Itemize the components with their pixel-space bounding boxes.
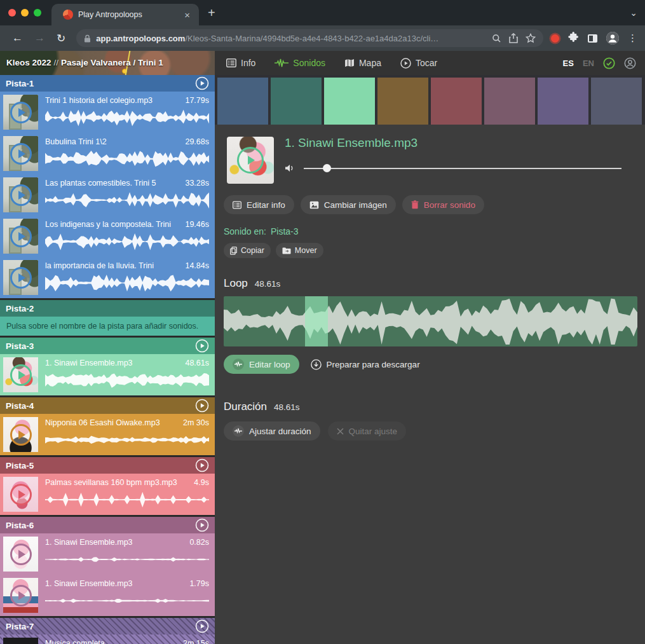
- account-icon[interactable]: [624, 57, 636, 69]
- loop-waveform[interactable]: [224, 296, 637, 346]
- color-swatch-6[interactable]: [484, 78, 535, 125]
- clip-row[interactable]: Bubulina Trini 1\229.68s: [0, 133, 215, 174]
- back-icon[interactable]: ←: [12, 32, 23, 45]
- lock-icon[interactable]: [84, 34, 91, 43]
- track-name[interactable]: Pista-6: [6, 521, 195, 530]
- track-header-pista-6[interactable]: Pista-6: [0, 517, 215, 533]
- minimize-window-button[interactable]: [21, 9, 29, 17]
- clip-row[interactable]: Nipponia 06 Esashi Oiwake.mp32m 30s: [0, 414, 215, 455]
- track-name[interactable]: Pista-7: [6, 622, 195, 631]
- prepare-download-button[interactable]: Preparar para descargar: [311, 359, 420, 370]
- clip-play-button[interactable]: [10, 226, 32, 247]
- clip-thumbnail[interactable]: [3, 219, 38, 254]
- clip-play-button[interactable]: [10, 364, 32, 386]
- delete-sound-button[interactable]: Borrar sonido: [402, 195, 484, 214]
- color-swatch-8[interactable]: [591, 78, 642, 125]
- volume-slider-thumb[interactable]: [323, 164, 331, 172]
- clip-play-button[interactable]: [10, 102, 32, 123]
- color-swatch-5[interactable]: [431, 78, 482, 125]
- browser-tab[interactable]: Play Antropoloops ×: [51, 4, 199, 25]
- clip-row[interactable]: Palmas sevillanas 160 bpm mp3.mp34.9s: [0, 474, 215, 515]
- clip-row[interactable]: 1. Sinawi Ensemble.mp348.61s: [0, 354, 215, 395]
- clip-play-button[interactable]: [10, 585, 32, 606]
- clip-thumbnail[interactable]: [3, 537, 38, 572]
- track-name[interactable]: Pista-3: [6, 341, 195, 351]
- track-play-icon[interactable]: [195, 518, 209, 532]
- clip-row[interactable]: Las plantas comestibles. Trini 533.28s: [0, 174, 215, 216]
- zoom-window-button[interactable]: [34, 9, 41, 17]
- copy-button[interactable]: Copiar: [224, 243, 271, 258]
- share-icon[interactable]: [509, 33, 518, 43]
- clip-row[interactable]: 1. Sinawi Ensemble.mp31.79s: [0, 575, 215, 616]
- tab-info[interactable]: Info: [226, 58, 255, 68]
- side-panel-icon[interactable]: [588, 34, 597, 43]
- zoom-page-icon[interactable]: [492, 34, 501, 43]
- tab-close-icon[interactable]: ×: [182, 10, 193, 20]
- new-tab-button[interactable]: +: [208, 6, 215, 19]
- clip-thumbnail[interactable]: [3, 357, 38, 392]
- clip-row[interactable]: 1. Sinawi Ensemble.mp30.82s: [0, 533, 215, 575]
- breadcrumb-project[interactable]: Kleos 2022: [6, 58, 51, 67]
- breadcrumb[interactable]: Kleos 2022//Pasaje Valvanera / Trini 1: [0, 51, 215, 75]
- change-image-button[interactable]: Cambiar imágen: [301, 195, 396, 214]
- extensions-puzzle-icon[interactable]: [568, 32, 579, 45]
- volume-icon[interactable]: [285, 163, 295, 173]
- bookmark-star-icon[interactable]: [526, 33, 536, 43]
- close-window-button[interactable]: [8, 9, 16, 17]
- loop-playhead-band[interactable]: [305, 296, 328, 346]
- clip-play-button[interactable]: [10, 484, 32, 505]
- edit-info-button[interactable]: Editar info: [224, 195, 294, 214]
- reload-icon[interactable]: ↻: [57, 32, 65, 45]
- lang-en[interactable]: EN: [583, 58, 594, 68]
- move-button[interactable]: Mover: [276, 243, 323, 258]
- color-swatch-3[interactable]: [324, 78, 375, 125]
- clip-play-button[interactable]: [10, 267, 32, 289]
- clip-row[interactable]: Trini 1 historia del colegio.mp317.79s: [0, 92, 215, 133]
- clip-thumbnail[interactable]: [3, 477, 38, 512]
- clip-thumbnail[interactable]: [3, 136, 38, 171]
- clip-thumbnail[interactable]: [3, 578, 38, 613]
- track-name[interactable]: Pista-4: [6, 401, 195, 411]
- track-header-pista-5[interactable]: Pista-5: [0, 457, 215, 474]
- sync-check-icon[interactable]: [603, 57, 615, 69]
- track-play-icon[interactable]: [195, 458, 209, 472]
- color-swatch-1[interactable]: [217, 78, 268, 125]
- lang-es[interactable]: ES: [563, 58, 574, 68]
- tab-search-chevron-icon[interactable]: ⌄: [630, 8, 637, 18]
- clip-row[interactable]: la importancia de la lluvia. Trini14.84s: [0, 257, 215, 298]
- clip-thumbnail[interactable]: [3, 638, 38, 644]
- window-controls[interactable]: [8, 9, 41, 17]
- track-header-pista-4[interactable]: Pista-4: [0, 397, 215, 414]
- forward-icon[interactable]: →: [34, 32, 45, 45]
- track-name[interactable]: Pista-1: [6, 79, 195, 88]
- remove-adjust-button[interactable]: Quitar ajuste: [328, 421, 407, 441]
- adjust-duration-button[interactable]: Ajustar duración: [224, 421, 320, 441]
- edit-loop-button[interactable]: Editar loop: [224, 355, 299, 374]
- clip-thumbnail[interactable]: [3, 177, 38, 212]
- chrome-menu-icon[interactable]: ⋮: [628, 32, 637, 44]
- clip-play-button[interactable]: [10, 143, 32, 165]
- track-header-pista-7[interactable]: Pista-7: [0, 618, 215, 634]
- clip-play-button[interactable]: [10, 184, 32, 206]
- track-play-icon[interactable]: [195, 399, 209, 413]
- clip-row[interactable]: Musica completa2m 15s: [0, 634, 215, 644]
- color-swatch-4[interactable]: [377, 78, 428, 125]
- track-header-pista-2[interactable]: Pista-2: [0, 300, 215, 317]
- sound-image[interactable]: [227, 137, 274, 184]
- track-header-pista-1[interactable]: Pista-1: [0, 75, 215, 92]
- color-swatch-2[interactable]: [271, 78, 322, 125]
- clip-thumbnail[interactable]: [3, 260, 38, 295]
- volume-slider[interactable]: [304, 164, 621, 172]
- color-swatch-7[interactable]: [538, 78, 588, 125]
- tab-sonidos[interactable]: Sonidos: [275, 58, 325, 68]
- track-play-icon[interactable]: [195, 339, 209, 353]
- sound-track-link[interactable]: Pista-3: [271, 226, 299, 236]
- clip-play-button[interactable]: [10, 424, 32, 446]
- tab-mapa[interactable]: Mapa: [344, 58, 381, 68]
- breadcrumb-trail[interactable]: Pasaje Valvanera / Trini 1: [61, 58, 163, 67]
- track-header-pista-3[interactable]: Pista-3: [0, 338, 215, 354]
- track-name[interactable]: Pista-2: [6, 304, 209, 313]
- clip-thumbnail[interactable]: [3, 417, 38, 452]
- track-play-icon[interactable]: [195, 619, 209, 633]
- track-name[interactable]: Pista-5: [6, 461, 195, 470]
